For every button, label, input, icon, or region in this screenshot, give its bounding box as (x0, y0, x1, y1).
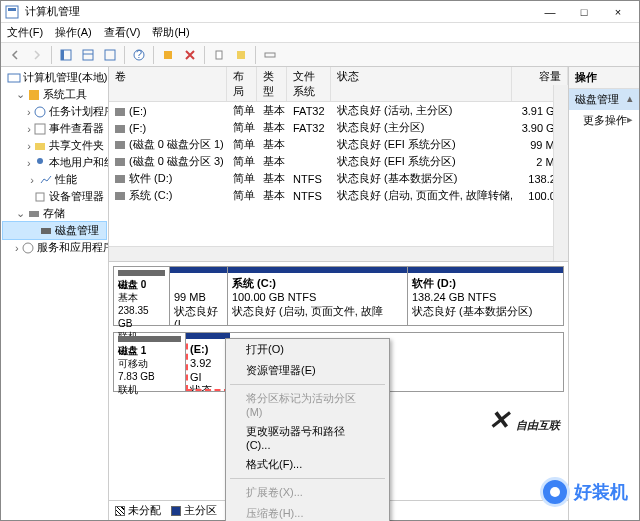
ctx-changedrive[interactable]: 更改驱动器号和路径(C)... (226, 421, 389, 454)
svg-rect-16 (35, 124, 45, 134)
actions-more-label: 更多操作 (583, 114, 627, 126)
toolbar-btn-a[interactable] (158, 45, 178, 65)
col-type[interactable]: 类型 (257, 67, 287, 101)
svg-point-22 (23, 243, 33, 253)
actions-more[interactable]: 更多操作▸ (569, 110, 639, 131)
list-row[interactable]: (磁盘 0 磁盘分区 1)简单基本状态良好 (EFI 系统分区)99 MB (109, 136, 568, 153)
forward-button[interactable] (27, 45, 47, 65)
svg-rect-19 (36, 193, 44, 201)
ctx-open[interactable]: 打开(O) (226, 339, 389, 360)
menubar: 文件(F) 操作(A) 查看(V) 帮助(H) (1, 23, 639, 43)
svg-rect-14 (29, 90, 39, 100)
ctx-markactive: 将分区标记为活动分区(M) (226, 388, 389, 421)
toolbar-view1-button[interactable] (56, 45, 76, 65)
list-row[interactable]: (F:)简单基本FAT32状态良好 (主分区)3.90 GE (109, 119, 568, 136)
actions-pane: 操作 磁盘管理▴ 更多操作▸ (569, 67, 639, 520)
tree-taskplanner[interactable]: ›任务计划程序 (3, 103, 106, 120)
tree-root[interactable]: 计算机管理(本地) (3, 69, 106, 86)
tree-eventviewer[interactable]: ›事件查看器 (3, 120, 106, 137)
toolbar-view3-button[interactable] (100, 45, 120, 65)
tree-services[interactable]: ›服务和应用程序 (3, 239, 106, 256)
col-volume[interactable]: 卷 (109, 67, 227, 101)
tree-devicemgr-label: 设备管理器 (49, 189, 104, 204)
svg-text:?: ? (136, 49, 142, 60)
ctx-explorer[interactable]: 资源管理器(E) (226, 360, 389, 381)
svg-rect-21 (41, 228, 51, 234)
svg-rect-11 (237, 51, 245, 59)
menu-help[interactable]: 帮助(H) (152, 25, 189, 40)
tree-performance-label: 性能 (55, 172, 77, 187)
svg-rect-9 (164, 51, 172, 59)
col-fs[interactable]: 文件系统 (287, 67, 331, 101)
tree-localusers-label: 本地用户和组 (49, 155, 109, 170)
ctx-shrink: 压缩卷(H)... (226, 503, 389, 521)
partition[interactable]: 软件 (D:)138.24 GB NTFS状态良好 (基本数据分区) (408, 267, 563, 325)
legend-unalloc-swatch (115, 506, 125, 516)
svg-rect-13 (8, 74, 20, 82)
tree-storage-label: 存储 (43, 206, 65, 221)
tree-diskmgr[interactable]: 磁盘管理 (3, 222, 106, 239)
window-title: 计算机管理 (25, 4, 533, 19)
minimize-button[interactable]: — (533, 2, 567, 22)
list-row[interactable]: 软件 (D:)简单基本NTFS状态良好 (基本数据分区)138.24 (109, 170, 568, 187)
legend-unalloc-label: 未分配 (128, 504, 161, 516)
scrollbar-v[interactable] (553, 85, 568, 261)
help-button[interactable]: ? (129, 45, 149, 65)
svg-rect-20 (29, 211, 39, 217)
app-icon (5, 5, 19, 19)
tree-systools[interactable]: ⌄系统工具 (3, 86, 106, 103)
ctx-extend: 扩展卷(X)... (226, 482, 389, 503)
partition[interactable]: 99 MB状态良好 (I (170, 267, 228, 325)
tree-devicemgr[interactable]: 设备管理器 (3, 188, 106, 205)
svg-point-15 (35, 107, 45, 117)
svg-rect-12 (265, 53, 275, 57)
actions-diskmgr-label: 磁盘管理 (575, 93, 619, 105)
toolbar-view2-button[interactable] (78, 45, 98, 65)
toolbar-btn-b[interactable] (180, 45, 200, 65)
back-button[interactable] (5, 45, 25, 65)
toolbar-btn-e[interactable] (260, 45, 280, 65)
tree-localusers[interactable]: ›本地用户和组 (3, 154, 106, 171)
close-button[interactable]: × (601, 2, 635, 22)
legend-primary-label: 主分区 (184, 504, 217, 516)
disk-info[interactable]: 磁盘 1可移动7.83 GB联机 (114, 333, 186, 391)
nav-tree: 计算机管理(本地) ⌄系统工具 ›任务计划程序 ›事件查看器 ›共享文件夹 ›本… (1, 67, 109, 520)
list-row[interactable]: 系统 (C:)简单基本NTFS状态良好 (启动, 页面文件, 故障转储, 基本数… (109, 187, 568, 204)
svg-point-18 (37, 158, 43, 164)
col-layout[interactable]: 布局 (227, 67, 257, 101)
menu-action[interactable]: 操作(A) (55, 25, 92, 40)
tree-services-label: 服务和应用程序 (37, 240, 109, 255)
tree-storage[interactable]: ⌄存储 (3, 205, 106, 222)
legend-primary-swatch (171, 506, 181, 516)
actions-header: 操作 (569, 67, 639, 89)
svg-rect-3 (61, 50, 64, 60)
maximize-button[interactable]: □ (567, 2, 601, 22)
list-row[interactable]: (E:)简单基本FAT32状态良好 (活动, 主分区)3.91 GE (109, 102, 568, 119)
toolbar-btn-d[interactable] (231, 45, 251, 65)
svg-rect-6 (105, 50, 115, 60)
tree-taskplanner-label: 任务计划程序 (49, 104, 109, 119)
toolbar: ? (1, 43, 639, 67)
disk-info[interactable]: 磁盘 0基本238.35 GB联机 (114, 267, 170, 325)
col-status[interactable]: 状态 (331, 67, 512, 101)
volume-list[interactable]: 卷 布局 类型 文件系统 状态 容量 (E:)简单基本FAT32状态良好 (活动… (109, 67, 568, 262)
scrollbar-h[interactable] (109, 246, 553, 261)
submenu-icon: ▸ (627, 113, 633, 126)
svg-rect-10 (216, 51, 222, 59)
tree-performance[interactable]: ›性能 (3, 171, 106, 188)
tree-diskmgr-label: 磁盘管理 (55, 223, 99, 238)
partition[interactable]: 系统 (C:)100.00 GB NTFS状态良好 (启动, 页面文件, 故障 (228, 267, 408, 325)
partition[interactable]: (E:)3.92 GI状态 (186, 333, 230, 391)
menu-view[interactable]: 查看(V) (104, 25, 141, 40)
list-row[interactable]: (磁盘 0 磁盘分区 3)简单基本状态良好 (EFI 系统分区)2 MB (109, 153, 568, 170)
ctx-format[interactable]: 格式化(F)... (226, 454, 389, 475)
toolbar-btn-c[interactable] (209, 45, 229, 65)
svg-rect-0 (6, 6, 18, 18)
actions-diskmgr[interactable]: 磁盘管理▴ (569, 89, 639, 110)
collapse-icon: ▴ (627, 92, 633, 105)
tree-sharedfolders[interactable]: ›共享文件夹 (3, 137, 106, 154)
menu-file[interactable]: 文件(F) (7, 25, 43, 40)
context-menu: 打开(O) 资源管理器(E) 将分区标记为活动分区(M) 更改驱动器号和路径(C… (225, 338, 390, 521)
tree-eventviewer-label: 事件查看器 (49, 121, 104, 136)
tree-systools-label: 系统工具 (43, 87, 87, 102)
